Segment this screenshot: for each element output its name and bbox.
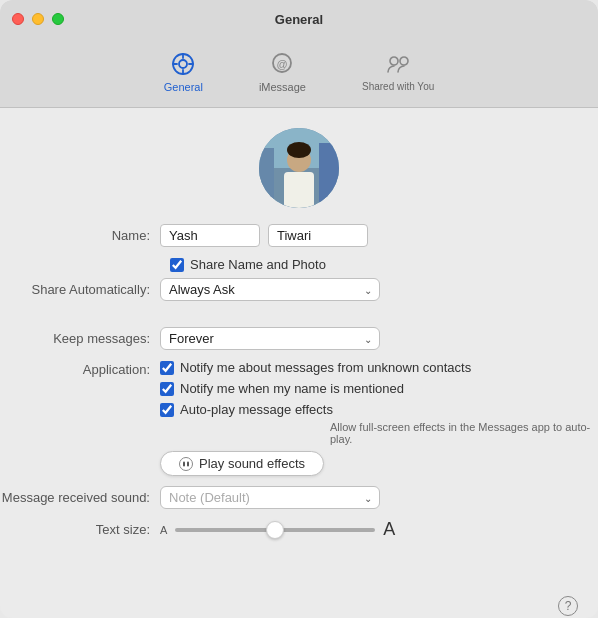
svg-rect-13 <box>259 148 274 208</box>
first-name-field[interactable] <box>160 224 260 247</box>
svg-rect-14 <box>319 143 339 208</box>
tab-shared-with-you-label: Shared with You <box>362 81 434 92</box>
keep-messages-select-wrapper: Forever 1 Year 30 Days ⌄ <box>160 327 380 350</box>
autoplay-label: Auto-play message effects <box>180 402 333 417</box>
notify-name-checkbox[interactable] <box>160 382 174 396</box>
section-gap-1 <box>0 311 598 327</box>
tab-general-label: General <box>164 81 203 93</box>
name-label: Name: <box>0 228 160 243</box>
close-button[interactable] <box>12 13 24 25</box>
share-name-photo-checkbox[interactable] <box>170 258 184 272</box>
message-received-sound-label: Message received sound: <box>0 490 160 505</box>
text-size-slider[interactable] <box>175 528 375 532</box>
share-name-photo-label: Share Name and Photo <box>190 257 326 272</box>
autoplay-row: Auto-play message effects <box>160 402 598 417</box>
tab-general[interactable]: General <box>152 46 215 97</box>
svg-rect-20 <box>187 461 189 466</box>
help-label: ? <box>565 599 572 613</box>
general-icon <box>169 50 197 78</box>
minimize-button[interactable] <box>32 13 44 25</box>
text-size-row: Text size: A A <box>0 519 598 540</box>
notify-unknown-row: Notify me about messages from unknown co… <box>160 360 598 375</box>
notify-name-row: Notify me when my name is mentioned <box>160 381 598 396</box>
avatar-image <box>259 128 339 208</box>
svg-point-17 <box>287 142 311 158</box>
play-sound-icon <box>179 457 193 471</box>
message-received-sound-select[interactable]: Note (Default) None Bamboo <box>160 486 380 509</box>
share-automatically-select[interactable]: Always Ask Contacts Only Everyone <box>160 278 380 301</box>
imessage-icon: @ <box>268 50 296 78</box>
titlebar: General <box>0 0 598 38</box>
svg-rect-16 <box>284 172 314 208</box>
svg-rect-19 <box>183 461 185 466</box>
notify-name-label: Notify me when my name is mentioned <box>180 381 404 396</box>
svg-point-9 <box>400 57 408 65</box>
notify-unknown-checkbox[interactable] <box>160 361 174 375</box>
keep-messages-row: Keep messages: Forever 1 Year 30 Days ⌄ <box>0 327 598 350</box>
svg-point-1 <box>179 60 187 68</box>
autoplay-checkbox[interactable] <box>160 403 174 417</box>
application-checks: Notify me about messages from unknown co… <box>160 360 598 476</box>
share-automatically-row: Share Automatically: Always Ask Contacts… <box>0 278 598 301</box>
maximize-button[interactable] <box>52 13 64 25</box>
message-received-sound-select-wrapper: Note (Default) None Bamboo ⌄ <box>160 486 380 509</box>
help-button[interactable]: ? <box>558 596 578 616</box>
avatar-section <box>0 128 598 208</box>
message-received-sound-row: Message received sound: Note (Default) N… <box>0 486 598 509</box>
share-name-photo-row: Share Name and Photo <box>170 257 598 272</box>
play-sound-effects-button[interactable]: Play sound effects <box>160 451 324 476</box>
avatar[interactable] <box>259 128 339 208</box>
toolbar: General @ iMessage Shared with You <box>0 38 598 108</box>
last-name-field[interactable] <box>268 224 368 247</box>
share-name-photo-checkbox-row: Share Name and Photo <box>170 257 598 272</box>
name-row: Name: <box>0 224 598 247</box>
tab-imessage-label: iMessage <box>259 81 306 93</box>
application-label: Application: <box>0 360 160 377</box>
svg-point-8 <box>390 57 398 65</box>
share-automatically-select-wrapper: Always Ask Contacts Only Everyone ⌄ <box>160 278 380 301</box>
name-inputs <box>160 224 368 247</box>
play-sound-wrapper: Play sound effects <box>160 451 598 476</box>
text-size-small-a: A <box>160 524 167 536</box>
text-size-label: Text size: <box>0 522 160 537</box>
keep-messages-label: Keep messages: <box>0 331 160 346</box>
play-sound-label: Play sound effects <box>199 456 305 471</box>
window-title: General <box>275 12 323 27</box>
text-size-large-a: A <box>383 519 395 540</box>
application-row: Application: Notify me about messages fr… <box>0 360 598 476</box>
tab-shared-with-you[interactable]: Shared with You <box>350 46 446 97</box>
text-size-slider-container: A A <box>160 519 395 540</box>
share-automatically-label: Share Automatically: <box>0 282 160 297</box>
svg-text:@: @ <box>277 58 288 70</box>
traffic-lights <box>12 13 64 25</box>
shared-with-you-icon <box>384 50 412 78</box>
notify-unknown-label: Notify me about messages from unknown co… <box>180 360 471 375</box>
settings-content: Name: Share Name and Photo Share Automat… <box>0 108 598 618</box>
tab-imessage[interactable]: @ iMessage <box>247 46 318 97</box>
keep-messages-select[interactable]: Forever 1 Year 30 Days <box>160 327 380 350</box>
autoplay-note: Allow full-screen effects in the Message… <box>330 421 598 445</box>
svg-point-18 <box>180 457 193 470</box>
